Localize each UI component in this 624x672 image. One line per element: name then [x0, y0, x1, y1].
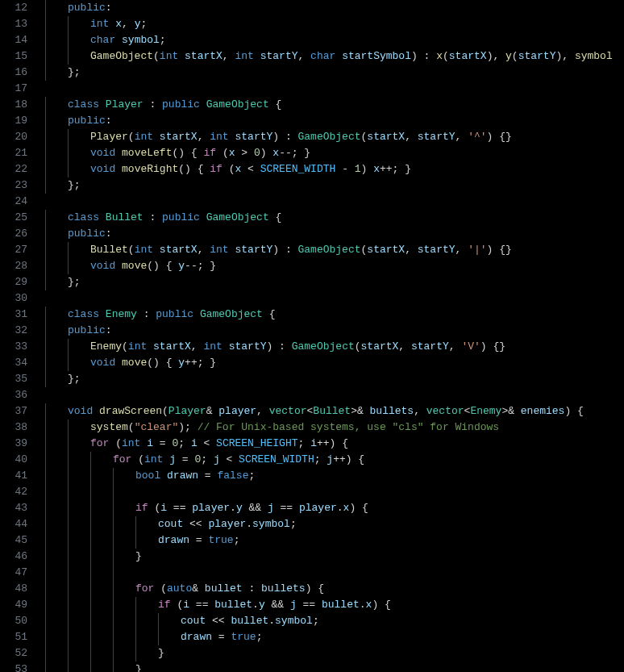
- code-line[interactable]: }: [39, 549, 624, 565]
- line-number: 29: [0, 274, 27, 290]
- code-line[interactable]: cout << bullet.symbol;: [39, 613, 624, 629]
- token-type: Player: [168, 405, 206, 417]
- code-line[interactable]: };: [39, 274, 624, 290]
- token-pun: };: [68, 66, 81, 78]
- code-line[interactable]: for (int i = 0; i < SCREEN_HEIGHT; i++) …: [39, 436, 624, 452]
- token-kw: int: [122, 437, 140, 449]
- token-pun: <: [241, 163, 260, 175]
- code-line[interactable]: bool drawn = false;: [39, 468, 624, 484]
- code-line[interactable]: int x, y;: [39, 16, 624, 32]
- code-content: void drawScreen(Player& player, vector<B…: [45, 403, 584, 419]
- code-line[interactable]: GameObject(int startX, int startY, char …: [39, 48, 624, 65]
- token-pun: .: [246, 518, 252, 530]
- code-line[interactable]: Bullet(int startX, int startY) : GameObj…: [39, 242, 624, 258]
- token-kw: char: [310, 50, 335, 62]
- token-var: startX: [160, 244, 198, 256]
- token-var: player: [192, 502, 230, 514]
- code-line[interactable]: char symbol;: [39, 32, 624, 48]
- code-line[interactable]: if (i == player.y && j == player.x) {: [39, 500, 624, 516]
- token-pun: ) {: [306, 582, 324, 595]
- code-line[interactable]: void drawScreen(Player& player, vector<B…: [39, 403, 624, 419]
- token-pun: };: [68, 179, 81, 191]
- code-line[interactable]: class Enemy : public GameObject {: [39, 307, 624, 323]
- code-line[interactable]: [39, 81, 624, 97]
- token-pun: ): [361, 163, 374, 175]
- token-num: 0: [254, 147, 260, 159]
- token-pun: [153, 131, 160, 143]
- token-kw: auto: [167, 582, 192, 595]
- code-line[interactable]: Player(int startX, int startY) : GameObj…: [39, 129, 624, 145]
- token-kw: int: [135, 131, 153, 143]
- token-var: startY: [260, 50, 298, 62]
- token-type: GameObject: [206, 98, 269, 111]
- token-pun: ,: [223, 50, 235, 62]
- token-ctrl: for: [90, 437, 109, 449]
- line-number: 23: [0, 177, 27, 194]
- token-var: startX: [367, 131, 405, 143]
- code-line[interactable]: public:: [39, 323, 624, 339]
- code-line[interactable]: Enemy(int startX, int startY) : GameObje…: [39, 339, 624, 355]
- token-pun: &&: [265, 599, 290, 611]
- code-line[interactable]: drawn = true;: [39, 629, 624, 645]
- token-var: x: [229, 147, 235, 159]
- code-content: public:: [45, 0, 112, 16]
- line-number: 49: [0, 597, 27, 613]
- line-number: 26: [0, 226, 27, 242]
- token-pun: (: [223, 163, 235, 175]
- code-line[interactable]: };: [39, 371, 624, 387]
- token-kw: bool: [135, 470, 160, 482]
- token-pun: ,: [398, 340, 411, 353]
- code-line[interactable]: drawn = true;: [39, 532, 624, 549]
- code-line[interactable]: void move() { y--; }: [39, 258, 624, 274]
- token-pun: [223, 340, 229, 353]
- token-pun: (: [355, 340, 361, 353]
- code-line[interactable]: }: [39, 645, 624, 662]
- token-pun: {: [269, 98, 282, 111]
- token-pun: (: [109, 437, 122, 449]
- token-pun: [335, 50, 342, 62]
- token-pun: [115, 147, 122, 159]
- code-line[interactable]: [39, 194, 624, 210]
- token-pun: ,: [198, 244, 210, 256]
- code-line[interactable]: [39, 290, 624, 307]
- token-pun: ++; }: [185, 357, 216, 369]
- code-line[interactable]: void moveRight() { if (x < SCREEN_WIDTH …: [39, 161, 624, 177]
- code-content: };: [45, 177, 81, 194]
- code-content: class Player : public GameObject {: [45, 97, 281, 113]
- code-line[interactable]: for (int j = 0; j < SCREEN_WIDTH; j++) {: [39, 452, 624, 468]
- code-line[interactable]: public:: [39, 113, 624, 129]
- code-line[interactable]: void moveLeft() { if (x > 0) x--; }: [39, 145, 624, 161]
- token-pun: (: [216, 147, 229, 159]
- code-line[interactable]: public:: [39, 226, 624, 242]
- code-line[interactable]: };: [39, 65, 624, 81]
- token-type: GameObject: [200, 308, 263, 320]
- code-line[interactable]: cout << player.symbol;: [39, 516, 624, 532]
- token-type: Enemy: [106, 308, 137, 320]
- token-pun: ;: [256, 631, 263, 643]
- code-line[interactable]: [39, 565, 624, 581]
- token-pun: ;: [298, 437, 311, 449]
- code-line[interactable]: };: [39, 177, 624, 194]
- code-line[interactable]: [39, 387, 624, 403]
- code-line[interactable]: for (auto& bullet : bullets) {: [39, 581, 624, 597]
- token-pun: ==: [297, 599, 322, 611]
- token-func: Player: [90, 131, 128, 143]
- line-number: 14: [0, 32, 27, 48]
- token-pun: (: [128, 131, 135, 143]
- code-editor[interactable]: 1213141516171819202122232425262728293031…: [0, 0, 624, 672]
- code-content: if (i == bullet.y && j == bullet.x) {: [45, 597, 391, 613]
- code-line[interactable]: [39, 484, 624, 500]
- token-kw: int: [144, 453, 163, 465]
- code-line[interactable]: public:: [39, 0, 624, 16]
- code-line[interactable]: class Bullet : public GameObject {: [39, 210, 624, 226]
- token-pun: ==: [274, 502, 299, 514]
- token-var: drawn: [167, 470, 198, 482]
- code-line[interactable]: void move() { y++; }: [39, 355, 624, 371]
- token-kw: true: [208, 534, 233, 546]
- token-type: GameObject: [298, 244, 361, 256]
- code-line[interactable]: if (i == bullet.y && j == bullet.x) {: [39, 597, 624, 613]
- code-line[interactable]: system("clear"); // For Unix-based syste…: [39, 419, 624, 436]
- code-area[interactable]: public:int x, y;char symbol;GameObject(i…: [39, 0, 624, 672]
- code-line[interactable]: }: [39, 662, 624, 672]
- code-line[interactable]: class Player : public GameObject {: [39, 97, 624, 113]
